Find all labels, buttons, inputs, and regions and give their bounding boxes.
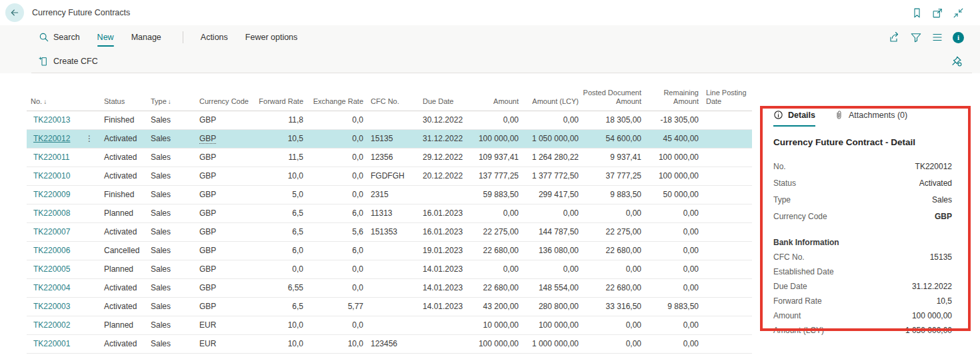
contract-link[interactable]: TK220011	[33, 153, 70, 162]
menu-fewer-options[interactable]: Fewer options	[245, 33, 298, 42]
contract-link[interactable]: TK220002	[33, 320, 70, 330]
cell-value: 0,0	[352, 190, 363, 199]
cell-status: Activated	[100, 297, 147, 316]
row-context-menu-icon[interactable]: ⋮	[85, 134, 93, 143]
cell-remaining_amount: 9 883,50	[645, 297, 702, 316]
column-header-status[interactable]: Status	[100, 73, 147, 111]
contract-link[interactable]: TK220009	[33, 190, 70, 199]
tab-attachments[interactable]: Attachments (0)	[834, 110, 907, 127]
table-row[interactable]: TK220009FinishedSalesGBP5,00,0231559 883…	[27, 185, 752, 204]
cell-due_date	[419, 316, 463, 334]
menu-divider	[183, 31, 183, 43]
column-header-label: Due Date	[423, 97, 453, 105]
contract-link[interactable]: TK220001	[33, 339, 70, 348]
cell-no: TK220003	[27, 297, 100, 316]
column-header-type[interactable]: Type↓	[147, 73, 195, 111]
cell-amount_lcy: 1 377 772,50	[522, 167, 582, 185]
open-in-new-window-icon[interactable]	[932, 7, 943, 19]
command-bar: Search New Manage Actions Fewer options …	[0, 25, 980, 73]
bank-information-fields: CFC No.15135Established DateDue Date31.1…	[773, 250, 952, 338]
table-row[interactable]: TK220001ActivatedSalesEUR10,010,01234561…	[27, 334, 752, 353]
contract-link[interactable]: TK220006	[33, 246, 70, 255]
column-header-line_posting_date[interactable]: Line Posting Date	[702, 73, 752, 111]
column-header-amount[interactable]: Amount	[463, 73, 522, 111]
search-button[interactable]: Search	[39, 32, 80, 43]
contract-link[interactable]: TK220007	[33, 227, 70, 236]
cell-amount: 10 000,00	[463, 316, 522, 334]
back-button[interactable]	[5, 3, 24, 22]
column-header-remaining_amount[interactable]: Remaining Amount	[645, 73, 702, 111]
details-pane-title: Currency Future Contract - Detail	[773, 137, 952, 147]
cell-value: 6,5	[292, 208, 303, 218]
info-pane-toggle-icon[interactable]: i	[953, 32, 964, 43]
contract-link[interactable]: TK220008	[33, 208, 70, 218]
column-header-amount_lcy[interactable]: Amount (LCY)	[522, 73, 582, 111]
contract-link[interactable]: TK220010	[33, 171, 70, 181]
cell-forward_rate: 6,5	[243, 297, 307, 316]
table-row[interactable]: TK220004ActivatedSalesGBP6,550,014.01.20…	[27, 278, 752, 297]
table-row[interactable]: TK220007ActivatedSalesGBP6,55,615135316.…	[27, 222, 752, 241]
contract-link[interactable]: TK220013	[33, 115, 70, 125]
contract-link[interactable]: TK220005	[33, 264, 70, 274]
cell-value: 0,00	[563, 115, 579, 125]
cell-no: TK220011	[27, 148, 100, 167]
menu-manage[interactable]: Manage	[131, 33, 161, 42]
collapse-icon[interactable]	[953, 7, 964, 19]
cell-amount_lcy: 148 554,00	[522, 278, 582, 297]
cell-value: 19.01.2023	[423, 246, 463, 255]
cell-type: Sales	[147, 111, 195, 129]
column-header-exchange_rate[interactable]: Exchange Rate	[307, 73, 367, 111]
column-header-no[interactable]: No.↓	[27, 73, 100, 111]
menu-actions[interactable]: Actions	[201, 33, 228, 42]
cell-forward_rate: 11,5	[243, 148, 307, 167]
table-row[interactable]: TK220008PlannedSalesGBP6,56,01131316.01.…	[27, 204, 752, 222]
cell-no: TK220010	[27, 167, 100, 185]
cell-forward_rate: 5,0	[243, 185, 307, 204]
table-row[interactable]: TK220006CancelledSalesGBP6,06,019.01.202…	[27, 241, 752, 260]
field-value: 1 050 000,00	[905, 326, 952, 335]
menu-new[interactable]: New	[97, 33, 114, 42]
cell-due_date: 14.01.2023	[419, 278, 463, 297]
create-cfc-button[interactable]: Create CFC	[39, 56, 98, 67]
table-row[interactable]: TK220013FinishedSalesGBP11,80,030.12.202…	[27, 111, 752, 129]
share-icon[interactable]	[889, 31, 901, 43]
table-row[interactable]: TK220012⋮ActivatedSalesGBP10,50,01513531…	[27, 129, 752, 148]
search-label: Search	[53, 33, 80, 42]
table-row[interactable]: TK220011ActivatedSalesGBP11,50,01235629.…	[27, 148, 752, 167]
pin-icon[interactable]	[951, 55, 963, 67]
column-header-currency_code[interactable]: Currency Code	[195, 73, 243, 111]
field-value: 100 000,00	[912, 311, 952, 320]
tab-details[interactable]: Details	[773, 110, 815, 127]
table-row[interactable]: TK220002PlannedSalesEUR10,00,010 000,001…	[27, 316, 752, 334]
field-value: 10,5	[937, 296, 952, 306]
column-header-due_date[interactable]: Due Date	[419, 73, 463, 111]
contract-link[interactable]: TK220012	[33, 134, 70, 143]
table-row[interactable]: TK220005PlannedSalesGBP0,00,014.01.20230…	[27, 260, 752, 278]
table-row[interactable]: TK220010ActivatedSalesGBP10,00,0FGDFGH20…	[27, 167, 752, 185]
cell-currency_code: GBP	[195, 148, 243, 167]
list-view-icon[interactable]	[931, 31, 943, 43]
cell-posted_document_amount: 0,00	[582, 334, 645, 353]
cell-value: Sales	[151, 339, 171, 348]
cell-remaining_amount: 0,00	[645, 278, 702, 297]
cell-value: 37 777,25	[606, 171, 641, 181]
cell-line_posting_date	[702, 241, 752, 260]
table-row[interactable]: TK220003ActivatedSalesGBP6,55,7714.01.20…	[27, 297, 752, 316]
cell-posted_document_amount: 37 777,25	[582, 167, 645, 185]
filter-icon[interactable]	[910, 31, 922, 43]
cell-value: 9 937,41	[610, 153, 641, 162]
column-header-forward_rate[interactable]: Forward Rate	[243, 73, 307, 111]
cell-value: GBP	[199, 171, 216, 181]
cell-value: Sales	[151, 153, 171, 162]
cell-value: Sales	[151, 208, 171, 218]
cell-value: 0,00	[626, 264, 641, 274]
cell-posted_document_amount: 0,00	[582, 204, 645, 222]
cell-amount_lcy: 136 080,00	[522, 241, 582, 260]
contract-link[interactable]: TK220003	[33, 302, 70, 311]
column-header-cfc_no[interactable]: CFC No.	[367, 73, 419, 111]
field-label: CFC No.	[773, 252, 805, 262]
contract-link[interactable]: TK220004	[33, 283, 70, 292]
bookmark-icon[interactable]	[911, 7, 923, 19]
cell-forward_rate: 6,5	[243, 222, 307, 241]
column-header-posted_document_amount[interactable]: Posted Document Amount	[582, 73, 645, 111]
